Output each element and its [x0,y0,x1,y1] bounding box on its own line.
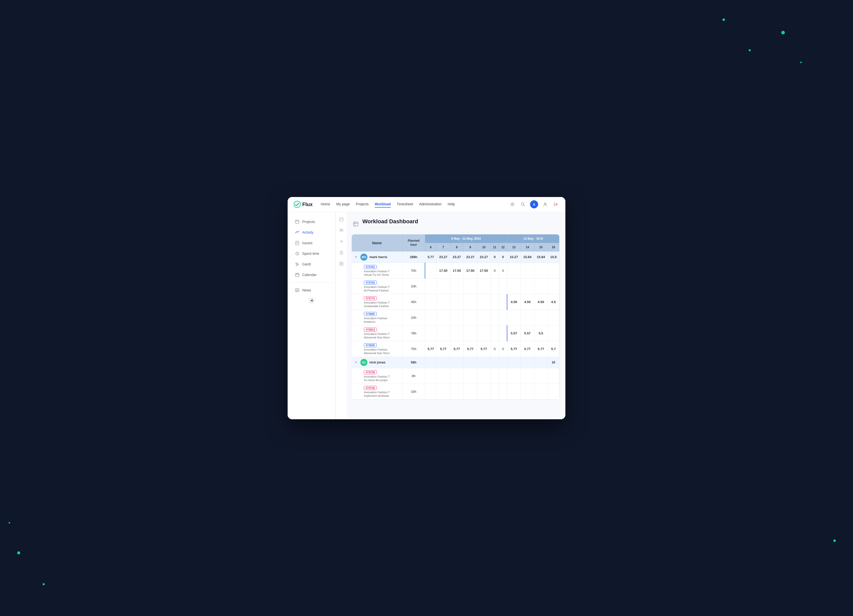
logo[interactable]: Flux [294,201,313,208]
task-id-73742[interactable]: #73742 [364,386,377,390]
logout-icon[interactable] [552,201,559,208]
svg-rect-5 [296,220,299,223]
panel-icon-grid[interactable] [337,259,345,268]
d15-73773: 4.50 [534,294,548,310]
task-name-73813: #73813 Innovation Fashion T Advanced Siz… [352,325,402,341]
d13-nj [507,357,521,368]
d11-73773 [491,294,499,310]
nav-mypage[interactable]: My page [336,201,350,208]
nav-timesheet[interactable]: Timesheet [397,201,413,208]
sidebar-item-calendar[interactable]: Calendar [290,270,333,280]
d7-mh: 23.27 [437,252,450,263]
avatar-nj: NJ [360,359,367,366]
th-day-14: 14 [521,243,534,252]
d12-73761: 0 [499,262,507,278]
planned-73761: 70h [402,262,425,278]
user-icon[interactable] [542,201,549,208]
d10-mh: 23.27 [477,252,491,263]
task-id-73761[interactable]: #73761 [364,265,377,269]
task-title-73742: Innovation Fashion T [364,391,400,394]
issues-icon [295,240,300,246]
search-icon[interactable] [519,201,527,208]
app-window: Flux Home My page Projects Workload Time… [288,197,565,419]
sidebar-label-issues: Issues [302,241,313,245]
nav-workload[interactable]: Workload [375,201,391,208]
task-id-73739[interactable]: #73739 [364,370,377,374]
d7-73742 [437,384,450,399]
sidebar-item-issues[interactable]: Issues [290,238,333,248]
th-day-13: 13 [507,243,521,252]
svg-line-3 [524,205,525,206]
panel-icon-team[interactable] [337,226,345,234]
user-avatar[interactable]: A [530,200,538,208]
panel-icon-gantt2[interactable] [337,237,345,246]
d13-73742 [507,384,521,399]
task-id-73763[interactable]: #73763 [364,281,377,285]
task-desc-73763: AI-Powered Fashion [364,289,400,292]
task-name-73773: #73773 Innovation Fashion T Sustainable … [352,294,402,310]
d7-73805 [437,310,450,325]
svg-rect-30 [340,262,341,263]
sidebar-label-projects: Projects [302,220,315,224]
planned-73813: 78h [402,325,425,341]
table-row-73813: #73813 Innovation Fashion T Advanced Siz… [352,325,559,341]
svg-point-28 [341,241,342,242]
d7-73739 [437,368,450,384]
chevron-nj[interactable]: ▼ [355,361,357,364]
projects-icon [295,219,300,224]
d15-73739 [534,368,548,384]
chevron-mh[interactable]: ▼ [355,256,357,258]
task-id-73830[interactable]: #73830 [364,343,377,347]
d9-73739 [464,368,477,384]
sidebar-item-gantt[interactable]: Gantt [290,259,333,269]
task-desc-73773: Sustainable Fashion [364,305,400,308]
sidebar-item-projects[interactable]: Projects [290,217,333,227]
table-row-73763: #73763 Innovation Fashion T AI-Powered F… [352,278,559,294]
nav-help[interactable]: Help [448,201,455,208]
sidebar-item-activity[interactable]: Activity [290,227,333,237]
d8-73773 [450,294,464,310]
sidebar-label-activity: Activity [302,230,313,234]
planned-73773: 45h [402,294,425,310]
th-day-7: 7 [437,243,450,252]
panel-icon-calendar[interactable] [337,215,345,223]
d11-mh: 0 [491,252,499,263]
d9-73830: 5.77 [464,341,477,357]
d9-73742 [464,384,477,399]
d9-73761: 17.50 [464,262,477,278]
task-desc-73739: To check the projec [364,379,400,382]
nav-administration[interactable]: Administration [419,201,442,208]
content-area: Workload Dashboard Name Planned hour 6 M… [347,212,565,419]
d7-73763 [437,278,450,294]
d10-73742 [477,384,491,399]
d14-mh: 15.84 [521,252,534,263]
d9-nj [464,357,477,368]
d6-73739 [425,368,437,384]
d14-73763 [521,278,534,294]
d6-73761 [425,262,437,278]
d8-73739 [450,368,464,384]
settings-icon[interactable] [509,201,516,208]
sidebar-item-news[interactable]: News [290,285,333,295]
d14-73761 [521,262,534,278]
sidebar-item-spent-time[interactable]: Spent time [290,249,333,259]
planned-73739: 8h [402,368,425,384]
d6-73763 [425,278,437,294]
task-id-73773[interactable]: #73773 [364,296,377,300]
d16-nj: 10 [548,357,559,368]
svg-rect-32 [340,264,341,266]
th-day-11: 11 [491,243,499,252]
task-id-73813[interactable]: #73813 [364,328,377,332]
d13-73763 [507,278,521,294]
d16-73830: 5.7 [548,341,559,357]
d16-mh: 15.8 [548,252,559,263]
nav-home[interactable]: Home [321,201,330,208]
sidebar-collapse-button[interactable]: ◀ [308,297,315,303]
th-day-16: 16 [548,243,559,252]
avatar-mh: MH [360,253,367,261]
task-id-73805[interactable]: #73805 [364,312,377,316]
d9-mh: 23.27 [464,252,477,263]
nav-projects[interactable]: Projects [356,201,369,208]
panel-icon-lock[interactable] [337,249,345,256]
table-row-73830: #73830 Innovation Fashion Advanced Size … [352,341,559,357]
